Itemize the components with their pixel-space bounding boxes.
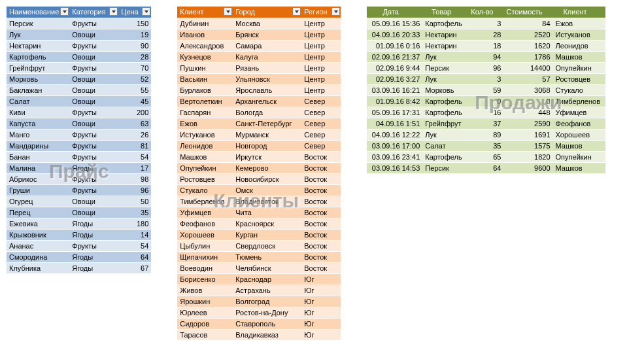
- cell[interactable]: Бурлаков: [177, 84, 233, 95]
- table-row[interactable]: БаклажанОвощи55: [7, 84, 151, 95]
- table-row[interactable]: БурлаковЯрославльЦентр: [177, 84, 341, 95]
- cell[interactable]: Феофанов: [177, 218, 233, 229]
- cell[interactable]: Картофель: [422, 18, 468, 29]
- cell[interactable]: Овощи: [69, 95, 118, 107]
- cell[interactable]: Огурец: [7, 196, 69, 207]
- cell[interactable]: Овощи: [69, 73, 118, 84]
- cell[interactable]: Ярославль: [233, 84, 301, 95]
- cell[interactable]: Вертолеткин: [177, 95, 233, 107]
- table-row[interactable]: 03.09.16 14:53Персик649600Машков: [367, 162, 605, 173]
- cell[interactable]: Иванов: [177, 29, 233, 40]
- cell[interactable]: 70: [118, 62, 151, 73]
- table-row[interactable]: ДубининМоскваЦентр: [177, 18, 341, 29]
- cell[interactable]: Персик: [422, 62, 468, 73]
- cell[interactable]: Машков: [553, 51, 605, 62]
- table-row[interactable]: БорисенкоКраснодарЮг: [177, 273, 341, 285]
- cell[interactable]: Фрукты: [69, 240, 118, 251]
- table-row[interactable]: ПерецОвощи35: [7, 207, 151, 218]
- cell[interactable]: Нектарин: [422, 40, 468, 51]
- cell[interactable]: Машков: [553, 140, 605, 151]
- table-row[interactable]: ПерсикФрукты150: [7, 18, 151, 29]
- table-row[interactable]: ЕжевикаЯгоды180: [7, 218, 151, 229]
- table-row[interactable]: МорковьОвощи52: [7, 73, 151, 84]
- col-header[interactable]: Наименование: [7, 7, 69, 18]
- cell[interactable]: Стукало: [177, 184, 233, 196]
- cell[interactable]: 02.09.16 21:37: [367, 51, 422, 62]
- cell[interactable]: Дубинин: [177, 18, 233, 29]
- table-row[interactable]: 02.09.16 9:44Персик9614400Опупейкин: [367, 62, 605, 73]
- cell[interactable]: Кемерово: [233, 162, 301, 173]
- table-row[interactable]: ФеофановКрасноярскВосток: [177, 218, 341, 229]
- cell[interactable]: Самара: [233, 40, 301, 51]
- cell[interactable]: 37: [468, 118, 503, 129]
- table-row[interactable]: ИстукановМурманскСевер: [177, 129, 341, 140]
- cell[interactable]: 04.09.16 1:51: [367, 118, 422, 129]
- table-row[interactable]: ГрушиФрукты96: [7, 184, 151, 196]
- table-row[interactable]: ОпупейкинКемеровоВосток: [177, 162, 341, 173]
- table-row[interactable]: 05.09.16 17:31Картофель16448Уфимцев: [367, 107, 605, 118]
- table-row[interactable]: ВертолеткинАрхангельскСевер: [177, 95, 341, 107]
- cell[interactable]: Хорошеев: [177, 229, 233, 240]
- cell[interactable]: Ульяновск: [233, 73, 301, 84]
- cell[interactable]: Овощи: [69, 118, 118, 129]
- cell[interactable]: Центр: [301, 51, 341, 62]
- cell[interactable]: 01.09.16 0:16: [367, 40, 422, 51]
- table-row[interactable]: МалинаЯгоды17: [7, 162, 151, 173]
- cell[interactable]: Юг: [301, 318, 341, 329]
- cell[interactable]: 89: [468, 129, 503, 140]
- table-row[interactable]: 01.09.16 0:16Нектарин181620Леонидов: [367, 40, 605, 51]
- cell[interactable]: Грейпфрут: [7, 62, 69, 73]
- cell[interactable]: 448: [503, 107, 552, 118]
- cell[interactable]: Овощи: [69, 29, 118, 40]
- cell[interactable]: Ананас: [7, 240, 69, 251]
- cell[interactable]: 54: [118, 240, 151, 251]
- cell[interactable]: Салат: [422, 140, 468, 151]
- cell[interactable]: 55: [118, 84, 151, 95]
- table-row[interactable]: ЯрошкинВолгоградЮг: [177, 296, 341, 307]
- cell[interactable]: Сидоров: [177, 318, 233, 329]
- table-row[interactable]: БананФрукты54: [7, 151, 151, 162]
- cell[interactable]: Челябинск: [233, 262, 301, 273]
- cell[interactable]: Абрикос: [7, 173, 69, 184]
- table-row[interactable]: ВаськинУльяновскЦентр: [177, 73, 341, 84]
- cell[interactable]: 03.09.16 23:41: [367, 151, 422, 162]
- cell[interactable]: Тимберленов: [553, 95, 605, 107]
- table-row[interactable]: 04.09.16 1:51Грейпфрут372590Феофанов: [367, 118, 605, 129]
- cell[interactable]: 28: [118, 51, 151, 62]
- chevron-down-icon[interactable]: [224, 7, 232, 16]
- cell[interactable]: Хорошеев: [553, 129, 605, 140]
- cell[interactable]: 02.09.16 3:27: [367, 73, 422, 84]
- cell[interactable]: 04.09.16 20:33: [367, 29, 422, 40]
- cell[interactable]: Волгоград: [233, 296, 301, 307]
- col-header[interactable]: Цена: [118, 7, 151, 18]
- cell[interactable]: 05.09.16 15:36: [367, 18, 422, 29]
- cell[interactable]: Владивосток: [233, 196, 301, 207]
- cell[interactable]: 26: [118, 129, 151, 140]
- cell[interactable]: Фрукты: [69, 173, 118, 184]
- table-row[interactable]: АнанасФрукты54: [7, 240, 151, 251]
- cell[interactable]: Гаспарян: [177, 107, 233, 118]
- cell[interactable]: Восток: [301, 262, 341, 273]
- cell[interactable]: 05.09.16 17:31: [367, 107, 422, 118]
- table-row[interactable]: МашковИркутскВосток: [177, 151, 341, 162]
- cell[interactable]: 14: [118, 229, 151, 240]
- table-row[interactable]: СмородинаЯгоды64: [7, 251, 151, 262]
- table-row[interactable]: СидоровСтавропольЮг: [177, 318, 341, 329]
- chevron-down-icon[interactable]: [331, 7, 340, 16]
- table-row[interactable]: ЩипачихинТюменьВосток: [177, 251, 341, 262]
- table-row[interactable]: ОгурецОвощи50: [7, 196, 151, 207]
- cell[interactable]: Санкт-Петербург: [233, 118, 301, 129]
- cell[interactable]: Нектарин: [422, 29, 468, 40]
- col-header[interactable]: Клиент: [553, 7, 605, 18]
- cell[interactable]: Юг: [301, 296, 341, 307]
- cell[interactable]: Центр: [301, 62, 341, 73]
- table-row[interactable]: КрыжовникЯгоды14: [7, 229, 151, 240]
- table-row[interactable]: НектаринФрукты90: [7, 40, 151, 51]
- cell[interactable]: Центр: [301, 40, 341, 51]
- table-row[interactable]: ПушкинРязаньЦентр: [177, 62, 341, 73]
- cell[interactable]: 16: [468, 107, 503, 118]
- table-row[interactable]: ТарасовВладикавказЮг: [177, 329, 341, 340]
- cell[interactable]: Щипачихин: [177, 251, 233, 262]
- cell[interactable]: Фрукты: [69, 129, 118, 140]
- cell[interactable]: Морковь: [7, 73, 69, 84]
